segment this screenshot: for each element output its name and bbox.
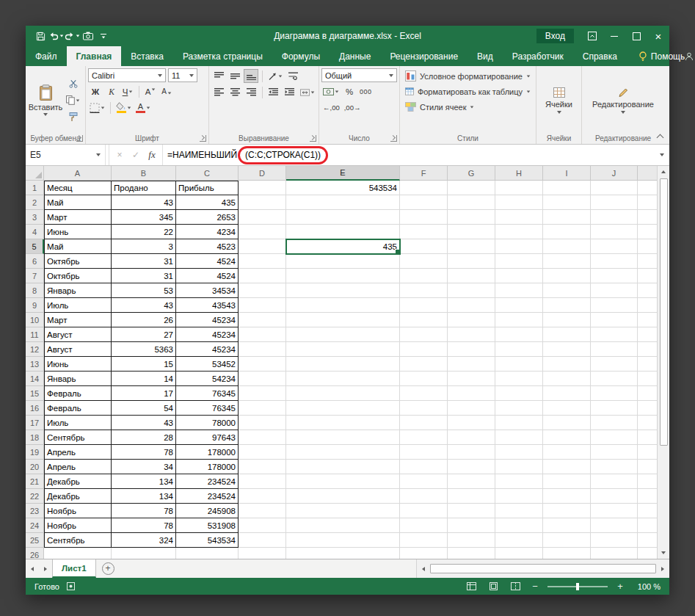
- cell-I26[interactable]: [543, 548, 591, 559]
- cell-K7[interactable]: [638, 269, 657, 283]
- row-header-4[interactable]: 4: [26, 225, 44, 239]
- cell-I4[interactable]: [543, 225, 591, 239]
- column-header-A[interactable]: A: [44, 166, 112, 181]
- cell-F24[interactable]: [400, 518, 448, 533]
- cancel-entry-icon[interactable]: ×: [112, 147, 127, 163]
- copy-button[interactable]: [65, 93, 81, 107]
- format-as-table-button[interactable]: Форматировать как таблицу: [402, 84, 534, 99]
- cell-G19[interactable]: [448, 445, 495, 460]
- alignment-dialog-launcher-icon[interactable]: [310, 135, 316, 142]
- cell-A17[interactable]: Июль: [44, 416, 112, 430]
- column-header-H[interactable]: H: [495, 166, 543, 181]
- cell-A25[interactable]: Сентябрь: [44, 533, 112, 548]
- ribbon-tab-3[interactable]: Разметка страницы: [173, 46, 272, 66]
- cell-H18[interactable]: [495, 430, 543, 445]
- cell-H8[interactable]: [495, 283, 543, 298]
- cell-E20[interactable]: [286, 460, 400, 474]
- cell-G13[interactable]: [448, 357, 495, 372]
- cell-A6[interactable]: Октябрь: [44, 254, 112, 269]
- cell-J24[interactable]: [591, 518, 638, 533]
- column-header-J[interactable]: J: [591, 166, 638, 181]
- cell-D11[interactable]: [239, 327, 286, 342]
- decrease-decimal-button[interactable]: ,00→: [343, 101, 363, 115]
- cell-C12[interactable]: 45234: [176, 342, 239, 357]
- cell-C10[interactable]: 45234: [176, 313, 239, 327]
- column-header-K[interactable]: K: [638, 166, 657, 181]
- cell-F2[interactable]: [400, 195, 448, 210]
- cell-C8[interactable]: 34534: [176, 283, 239, 298]
- cell-K26[interactable]: [638, 548, 657, 559]
- cell-B14[interactable]: 14: [112, 372, 176, 386]
- ribbon-tab-1[interactable]: Главная: [67, 46, 122, 66]
- orientation-button[interactable]: [266, 69, 284, 83]
- cell-B20[interactable]: 34: [112, 460, 176, 474]
- cell-A10[interactable]: Март: [44, 313, 112, 327]
- cell-H22[interactable]: [495, 489, 543, 504]
- cell-G24[interactable]: [448, 518, 495, 533]
- currency-format-button[interactable]: [321, 84, 341, 98]
- cell-D13[interactable]: [239, 357, 286, 372]
- zoom-out-button[interactable]: −: [530, 581, 540, 592]
- formula-input[interactable]: =НАИМЕНЬШИЙ(C:C;СТРОКА(C1)): [163, 145, 655, 165]
- row-header-24[interactable]: 24: [26, 518, 44, 533]
- page-layout-view-icon[interactable]: [486, 578, 501, 595]
- cell-E2[interactable]: [286, 195, 400, 210]
- cell-E22[interactable]: [286, 489, 400, 504]
- cell-I8[interactable]: [543, 283, 591, 298]
- cell-H7[interactable]: [495, 269, 543, 283]
- cell-G7[interactable]: [448, 269, 495, 283]
- row-header-9[interactable]: 9: [26, 298, 44, 313]
- cell-I20[interactable]: [543, 460, 591, 474]
- cell-H21[interactable]: [495, 474, 543, 489]
- cell-G1[interactable]: [448, 181, 495, 195]
- cell-E24[interactable]: [286, 518, 400, 533]
- cell-B19[interactable]: 78: [112, 445, 176, 460]
- cell-K3[interactable]: [638, 210, 657, 225]
- paste-button[interactable]: Вставить: [28, 81, 63, 119]
- column-header-D[interactable]: D: [239, 166, 286, 181]
- cell-K11[interactable]: [638, 327, 657, 342]
- cell-C17[interactable]: 78000: [176, 416, 239, 430]
- row-header-21[interactable]: 21: [26, 474, 44, 489]
- tell-me-area[interactable]: Помощь: [638, 46, 685, 66]
- cell-H19[interactable]: [495, 445, 543, 460]
- cell-J25[interactable]: [591, 533, 638, 548]
- cell-K17[interactable]: [638, 416, 657, 430]
- cell-D1[interactable]: [239, 181, 286, 195]
- zoom-level[interactable]: 100 %: [633, 582, 661, 591]
- cell-H25[interactable]: [495, 533, 543, 548]
- cell-J9[interactable]: [591, 298, 638, 313]
- cell-B5[interactable]: 3: [112, 239, 176, 254]
- cell-B8[interactable]: 53: [112, 283, 176, 298]
- cell-K25[interactable]: [638, 533, 657, 548]
- cell-H13[interactable]: [495, 357, 543, 372]
- macro-record-icon[interactable]: [67, 582, 75, 590]
- cell-B2[interactable]: 43: [112, 195, 176, 210]
- row-header-7[interactable]: 7: [26, 269, 44, 283]
- cell-B21[interactable]: 134: [112, 474, 176, 489]
- increase-decimal-button[interactable]: ←,00: [321, 101, 341, 115]
- cell-C15[interactable]: 76345: [176, 386, 239, 401]
- cell-I13[interactable]: [543, 357, 591, 372]
- align-left-button[interactable]: [211, 85, 226, 99]
- select-all-corner[interactable]: [26, 166, 44, 181]
- cell-C20[interactable]: 178000: [176, 460, 239, 474]
- cell-E8[interactable]: [286, 283, 400, 298]
- cell-D14[interactable]: [239, 372, 286, 386]
- cell-K18[interactable]: [638, 430, 657, 445]
- row-header-23[interactable]: 23: [26, 504, 44, 518]
- ribbon-display-options-icon[interactable]: [581, 26, 603, 46]
- cell-J14[interactable]: [591, 372, 638, 386]
- ribbon-tab-2[interactable]: Вставка: [121, 46, 173, 66]
- cell-I24[interactable]: [543, 518, 591, 533]
- row-header-26[interactable]: 26: [26, 548, 44, 559]
- cell-B9[interactable]: 43: [112, 298, 176, 313]
- cell-styles-button[interactable]: Стили ячеек: [402, 99, 534, 115]
- ribbon-tab-8[interactable]: Разработчик: [503, 46, 573, 66]
- align-top-button[interactable]: [211, 69, 226, 83]
- cell-H26[interactable]: [495, 548, 543, 559]
- share-button[interactable]: Поделиться: [685, 46, 695, 66]
- row-header-5[interactable]: 5: [26, 239, 44, 254]
- cell-E21[interactable]: [286, 474, 400, 489]
- font-name-select[interactable]: Calibri: [88, 68, 166, 82]
